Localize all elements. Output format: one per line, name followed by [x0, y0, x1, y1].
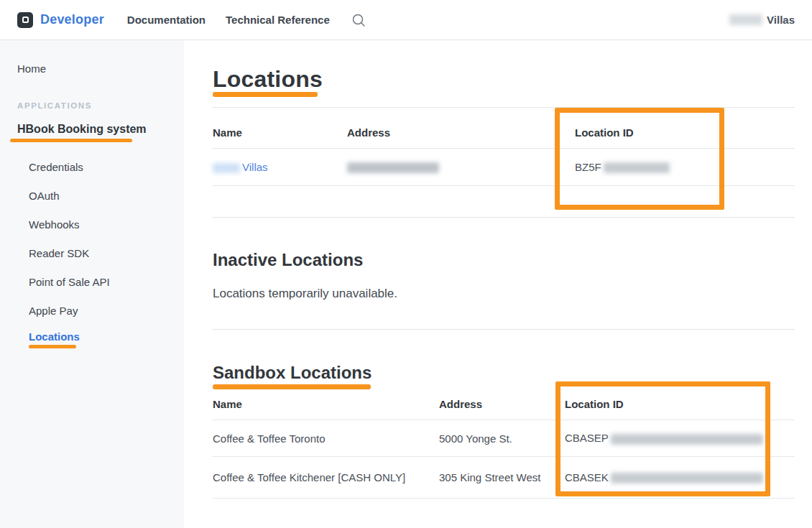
table-row: Coffee & Toffee Toronto 5000 Yonge St. C…: [213, 420, 795, 457]
redacted-address: [347, 162, 439, 173]
sidebar-item-app-hbook[interactable]: HBook Booking system: [0, 122, 184, 142]
redacted-location-id: [611, 434, 763, 445]
top-nav-links: Documentation Technical Reference: [127, 13, 366, 27]
annotation-underline-app: [10, 139, 132, 142]
square-logo-icon[interactable]: [17, 12, 33, 28]
redacted-location-id: [604, 162, 670, 173]
account-name-suffix: Villas: [767, 14, 795, 26]
annotation-underline-locations-item: [29, 345, 76, 348]
sidebar-item-label: Reader SDK: [29, 247, 184, 259]
sidebar-item-label: Point of Sale API: [29, 276, 184, 288]
sidebar-item-credentials[interactable]: Credentials: [0, 152, 184, 181]
sandbox-locations-title: Sandbox Locations: [213, 363, 795, 383]
redacted-account-name: [729, 14, 762, 25]
location-address-cell: 5000 Yonge St.: [439, 432, 565, 445]
redacted-location-name: [213, 163, 240, 173]
sidebar-item-label: Locations: [29, 330, 184, 343]
table-row-empty: [213, 186, 795, 218]
location-name-cell: Coffee & Toffee Kitchener [CASH ONLY]: [213, 471, 439, 483]
sidebar-item-oauth[interactable]: OAuth: [0, 181, 184, 210]
page: Developer Documentation Technical Refere…: [0, 0, 812, 528]
inactive-locations-title: Inactive Locations: [213, 250, 795, 270]
column-header-address: Address: [347, 126, 575, 139]
redacted-location-id: [611, 473, 763, 483]
location-link[interactable]: Villas: [242, 161, 268, 173]
nav-documentation[interactable]: Documentation: [127, 14, 206, 26]
column-header-location-id: Location ID: [565, 398, 795, 410]
column-header-address: Address: [439, 398, 565, 410]
sidebar: Home APPLICATIONS HBook Booking system C…: [0, 40, 184, 528]
sidebar-item-apple-pay[interactable]: Apple Pay: [0, 296, 184, 325]
location-id-prefix: BZ5F: [575, 161, 601, 173]
location-name-cell: Coffee & Toffee Toronto: [213, 432, 439, 445]
sidebar-item-webhooks[interactable]: Webhooks: [0, 210, 184, 238]
page-title: Locations: [213, 69, 795, 89]
search-icon[interactable]: [351, 13, 366, 27]
annotation-underline-locations-title: [213, 92, 318, 97]
location-address-cell: 305 King Street West: [439, 471, 565, 483]
sidebar-item-home[interactable]: Home: [0, 62, 184, 76]
sidebar-item-label: OAuth: [29, 190, 184, 202]
square-logo-inner: [22, 17, 29, 23]
account-menu[interactable]: Villas: [729, 14, 795, 26]
top-nav: Developer Documentation Technical Refere…: [0, 0, 812, 40]
location-id-prefix: CBASEK: [565, 471, 609, 483]
main-content: Locations Name Address Location ID Villa…: [184, 40, 812, 528]
sidebar-item-label: Webhooks: [29, 218, 184, 231]
location-id-cell: BZ5F: [575, 161, 795, 174]
column-header-name: Name: [213, 398, 439, 410]
sidebar-item-reader-sdk[interactable]: Reader SDK: [0, 238, 184, 267]
divider: [213, 329, 795, 330]
location-address-cell: [347, 161, 575, 174]
location-name-cell: Villas: [213, 161, 347, 173]
column-header-name: Name: [213, 126, 347, 139]
annotation-underline-sandbox-title: [213, 384, 371, 389]
locations-table-header: Name Address Location ID: [213, 108, 795, 149]
brand-developer-link[interactable]: Developer: [40, 12, 104, 27]
column-header-location-id: Location ID: [575, 126, 795, 139]
sidebar-item-locations[interactable]: Locations: [0, 325, 184, 353]
sidebar-item-label: Credentials: [29, 161, 184, 173]
inactive-locations-message: Locations temporarily unavailable.: [213, 287, 795, 301]
location-id-prefix: CBASEP: [565, 432, 609, 444]
sidebar-item-label: Apple Pay: [29, 305, 184, 317]
sidebar-item-point-of-sale-api[interactable]: Point of Sale API: [0, 267, 184, 296]
sidebar-section-applications: APPLICATIONS: [0, 101, 184, 111]
nav-technical-reference[interactable]: Technical Reference: [226, 14, 330, 26]
sidebar-app-label: HBook Booking system: [17, 122, 147, 136]
location-id-cell: CBASEP: [565, 432, 795, 445]
sidebar-sub-list: Credentials OAuth Webhooks Reader SDK Po…: [0, 152, 184, 353]
sandbox-table-header: Name Address Location ID: [213, 389, 795, 420]
table-row: Villas BZ5F: [213, 149, 795, 186]
table-row: Coffee & Toffee Kitchener [CASH ONLY] 30…: [213, 457, 795, 499]
location-id-cell: CBASEK: [565, 471, 795, 484]
